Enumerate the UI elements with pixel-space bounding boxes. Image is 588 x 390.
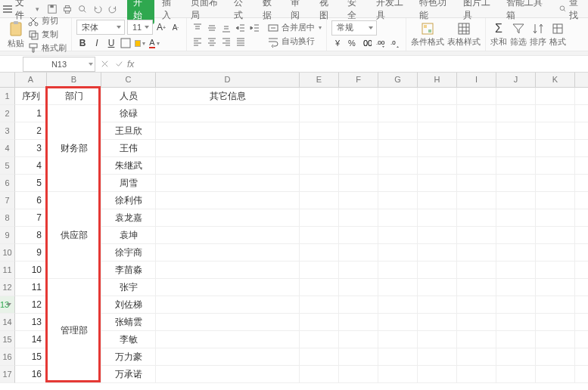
cell-empty[interactable] bbox=[378, 296, 418, 314]
cell-empty[interactable] bbox=[536, 348, 575, 366]
cell-empty[interactable] bbox=[339, 105, 378, 122]
cell-empty[interactable] bbox=[418, 140, 457, 157]
cell-empty[interactable] bbox=[496, 314, 536, 331]
cell-empty[interactable] bbox=[457, 227, 496, 244]
cell-empty[interactable] bbox=[496, 105, 536, 122]
cell-empty[interactable] bbox=[339, 331, 378, 348]
cell-empty[interactable] bbox=[457, 209, 496, 227]
row-header-7[interactable]: 7 bbox=[0, 192, 15, 209]
cell-person[interactable]: 李敏 bbox=[101, 331, 156, 348]
cell-empty[interactable] bbox=[496, 366, 536, 383]
cell-seq[interactable]: 16 bbox=[15, 366, 47, 383]
save-icon[interactable] bbox=[47, 4, 58, 14]
cell-empty[interactable] bbox=[156, 175, 300, 192]
row-header-13[interactable]: 13 bbox=[0, 296, 15, 314]
cell-empty[interactable] bbox=[575, 348, 588, 366]
formula-input[interactable] bbox=[137, 57, 588, 71]
cell-empty[interactable] bbox=[575, 105, 588, 122]
cell-empty[interactable] bbox=[339, 175, 378, 192]
border-button[interactable] bbox=[120, 37, 132, 49]
header-cell-A[interactable]: 序列 bbox=[15, 88, 47, 105]
cell-empty[interactable] bbox=[339, 227, 378, 244]
cell-empty[interactable] bbox=[156, 227, 300, 244]
cell-empty[interactable] bbox=[496, 227, 536, 244]
cell-empty[interactable] bbox=[536, 262, 575, 279]
cell-empty[interactable] bbox=[418, 105, 457, 122]
cell-empty[interactable] bbox=[339, 348, 378, 366]
cell-empty[interactable] bbox=[300, 279, 339, 296]
cancel-formula-icon[interactable] bbox=[100, 59, 110, 69]
cell-person[interactable]: 袁龙嘉 bbox=[101, 209, 156, 227]
hamburger-icon[interactable] bbox=[3, 4, 12, 14]
filter-button[interactable]: 筛选 bbox=[510, 22, 527, 48]
cell-empty[interactable] bbox=[156, 262, 300, 279]
row-header-8[interactable]: 8 bbox=[0, 209, 15, 227]
cell-empty[interactable] bbox=[496, 244, 536, 262]
increase-font-button[interactable]: A+ bbox=[155, 21, 167, 33]
cell-empty[interactable] bbox=[300, 122, 339, 140]
currency-button[interactable]: ¥ bbox=[331, 37, 344, 49]
cell-empty[interactable] bbox=[457, 279, 496, 296]
cell-person[interactable]: 袁坤 bbox=[101, 227, 156, 244]
cell-empty[interactable] bbox=[536, 140, 575, 157]
cell-empty[interactable] bbox=[300, 88, 339, 105]
cell-empty[interactable] bbox=[418, 262, 457, 279]
cell-person[interactable]: 万力豪 bbox=[101, 348, 156, 366]
row-header-9[interactable]: 9 bbox=[0, 227, 15, 244]
column-header-E[interactable]: E bbox=[300, 73, 339, 88]
cell-empty[interactable] bbox=[156, 105, 300, 122]
cell-empty[interactable] bbox=[378, 262, 418, 279]
cell-empty[interactable] bbox=[536, 227, 575, 244]
cell-empty[interactable] bbox=[536, 366, 575, 383]
cell-seq[interactable]: 10 bbox=[15, 262, 47, 279]
cell-empty[interactable] bbox=[457, 192, 496, 209]
column-header-G[interactable]: G bbox=[378, 73, 418, 88]
column-header-B[interactable]: B bbox=[47, 73, 101, 88]
row-header-12[interactable]: 12 bbox=[0, 279, 15, 296]
align-left-button[interactable] bbox=[191, 36, 204, 48]
cell-empty[interactable] bbox=[418, 122, 457, 140]
column-header-A[interactable]: A bbox=[15, 73, 47, 88]
cell-empty[interactable] bbox=[457, 140, 496, 157]
file-menu-dropdown-icon[interactable]: ▾ bbox=[36, 5, 39, 13]
cell-empty[interactable] bbox=[536, 157, 575, 175]
conditional-format-button[interactable]: 条件格式 bbox=[411, 22, 444, 48]
cell-seq[interactable]: 4 bbox=[15, 157, 47, 175]
cell-empty[interactable] bbox=[378, 140, 418, 157]
cells-area[interactable]: 序列部门人员其它信息1徐碌2王旦欣3王伟4朱继武5周雪6徐利伟7袁龙嘉8袁坤9徐… bbox=[15, 88, 588, 383]
cell-empty[interactable] bbox=[300, 331, 339, 348]
cell-seq[interactable]: 11 bbox=[15, 279, 47, 296]
cell-empty[interactable] bbox=[339, 122, 378, 140]
row-header-17[interactable]: 17 bbox=[0, 366, 15, 383]
cell-empty[interactable] bbox=[536, 244, 575, 262]
percent-button[interactable]: % bbox=[346, 37, 358, 49]
cell-empty[interactable] bbox=[378, 157, 418, 175]
cell-empty[interactable] bbox=[378, 331, 418, 348]
cell-empty[interactable] bbox=[457, 296, 496, 314]
cell-empty[interactable] bbox=[418, 314, 457, 331]
cell-empty[interactable] bbox=[496, 88, 536, 105]
row-header-6[interactable]: 6 bbox=[0, 175, 15, 192]
cell-empty[interactable] bbox=[418, 175, 457, 192]
row-header-3[interactable]: 3 bbox=[0, 122, 15, 140]
column-header-I[interactable]: I bbox=[457, 73, 496, 88]
cell-person[interactable]: 王旦欣 bbox=[101, 122, 156, 140]
cell-empty[interactable] bbox=[156, 296, 300, 314]
cell-empty[interactable] bbox=[300, 314, 339, 331]
cell-empty[interactable] bbox=[496, 331, 536, 348]
cell-empty[interactable] bbox=[300, 105, 339, 122]
cell-empty[interactable] bbox=[156, 192, 300, 209]
print-icon[interactable] bbox=[62, 4, 73, 14]
cell-seq[interactable]: 14 bbox=[15, 331, 47, 348]
cell-empty[interactable] bbox=[418, 331, 457, 348]
cell-empty[interactable] bbox=[339, 209, 378, 227]
font-name-select[interactable]: 宋体 bbox=[76, 20, 125, 35]
fill-color-button[interactable]: ▾ bbox=[134, 37, 146, 49]
cell-empty[interactable] bbox=[457, 366, 496, 383]
cell-empty[interactable] bbox=[300, 366, 339, 383]
column-header-H[interactable]: H bbox=[418, 73, 457, 88]
justify-button[interactable] bbox=[235, 36, 247, 48]
cell-empty[interactable] bbox=[457, 331, 496, 348]
cell-empty[interactable] bbox=[496, 157, 536, 175]
cell-empty[interactable] bbox=[378, 227, 418, 244]
